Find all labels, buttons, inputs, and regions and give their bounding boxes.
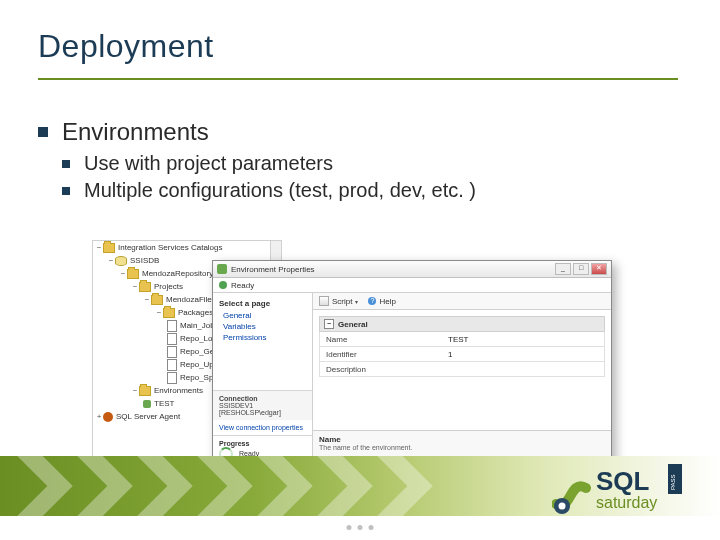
dialog-titlebar[interactable]: Environment Properties _ □ ✕: [213, 261, 611, 278]
svg-point-1: [559, 503, 566, 510]
ready-text: Ready: [231, 281, 254, 290]
tree-agent: SQL Server Agent: [116, 412, 180, 421]
tree-projects: Projects: [154, 282, 183, 291]
prop-name-value: TEST: [442, 335, 604, 344]
status-dot-icon: [219, 281, 227, 289]
close-button[interactable]: ✕: [591, 263, 607, 275]
sqlagent-icon: [103, 412, 113, 422]
script-label: Script: [332, 297, 352, 306]
package-icon: [167, 346, 177, 358]
view-connection-link[interactable]: View connection properties: [213, 420, 312, 435]
logo-side: PASS: [670, 474, 676, 490]
tree-repo: MendozaRepository: [142, 269, 213, 278]
page-variables[interactable]: Variables: [213, 321, 312, 332]
help-label: Help: [379, 297, 395, 306]
script-icon: [319, 296, 329, 306]
chevron-down-icon: ▾: [355, 298, 358, 305]
dialog-left-pane: Select a page General Variables Permissi…: [213, 293, 313, 469]
folder-icon: [103, 243, 115, 253]
bullet-list: Environments Use with project parameters…: [38, 118, 476, 212]
folder-icon: [163, 308, 175, 318]
environment-icon: [143, 400, 151, 408]
dialog-title: Environment Properties: [231, 265, 553, 274]
tree-toggle-icon[interactable]: −: [119, 270, 127, 278]
dialog-body: Select a page General Variables Permissi…: [213, 293, 611, 469]
folder-icon: [139, 386, 151, 396]
help-icon: ?: [368, 297, 376, 305]
desc-title: Name: [319, 435, 605, 444]
package-icon: [167, 320, 177, 332]
tree-toggle-icon[interactable]: −: [155, 309, 163, 317]
prop-desc-label: Description: [320, 365, 442, 374]
connection-label: Connection: [219, 395, 306, 402]
select-page-label: Select a page: [213, 297, 312, 310]
page-permissions[interactable]: Permissions: [213, 332, 312, 343]
script-button[interactable]: Script ▾: [319, 296, 358, 306]
package-icon: [167, 359, 177, 371]
bullet-l1: Environments Use with project parameters…: [38, 118, 476, 202]
slide: Deployment Environments Use with project…: [0, 0, 720, 540]
dialog-right-pane: Script ▾ ? Help − General: [313, 293, 611, 469]
prop-row-id[interactable]: Identifier 1: [319, 347, 605, 362]
bullet-l2-2: Multiple configurations (test, prod, dev…: [62, 179, 476, 202]
minimize-button[interactable]: _: [555, 263, 571, 275]
connection-server: SSISDEV1: [219, 402, 306, 409]
package-icon: [167, 333, 177, 345]
bullet-sublist: Use with project parameters Multiple con…: [62, 152, 476, 202]
tree-ssisdb: SSISDB: [130, 256, 159, 265]
connection-user: [RESHOLSP\edgar]: [219, 409, 306, 416]
folder-icon: [151, 295, 163, 305]
bullet-l2-1: Use with project parameters: [62, 152, 476, 175]
dot-icon: [369, 525, 374, 530]
help-button[interactable]: ? Help: [368, 297, 395, 306]
tree-root: Integration Services Catalogs: [118, 243, 223, 252]
prop-row-desc[interactable]: Description: [319, 362, 605, 377]
dot-icon: [347, 525, 352, 530]
dot-icon: [358, 525, 363, 530]
collapse-icon[interactable]: −: [324, 319, 334, 329]
maximize-button[interactable]: □: [573, 263, 589, 275]
prop-row-name[interactable]: Name TEST: [319, 332, 605, 347]
logo-bottom: saturday: [596, 494, 657, 511]
bullet-l1-text: Environments: [62, 118, 209, 145]
property-grid: − General Name TEST Identifier 1 Descr: [313, 310, 611, 430]
prop-id-value: 1: [442, 350, 604, 359]
group-label: General: [338, 320, 368, 329]
tree-envs: Environments: [154, 386, 203, 395]
group-header[interactable]: − General: [319, 316, 605, 332]
catalog-icon: [115, 256, 127, 266]
ready-bar: Ready: [213, 278, 611, 293]
title-underline: [38, 78, 678, 80]
prop-name-label: Name: [320, 335, 442, 344]
logo-top: SQL: [596, 466, 650, 496]
tree-toggle-icon[interactable]: −: [107, 257, 115, 265]
tree-env1: TEST: [154, 399, 174, 408]
tree-toggle-icon[interactable]: −: [131, 283, 139, 291]
tree-packages: Packages: [178, 308, 213, 317]
tree-toggle-icon[interactable]: +: [95, 413, 103, 421]
prop-id-label: Identifier: [320, 350, 442, 359]
sqlsaturday-logo: SQL saturday PASS: [552, 458, 692, 522]
package-icon: [167, 372, 177, 384]
page-title: Deployment: [38, 28, 214, 65]
desc-text: The name of the environment.: [319, 444, 605, 451]
tree-toggle-icon[interactable]: −: [131, 387, 139, 395]
tree-toggle-icon[interactable]: −: [143, 296, 151, 304]
footer-dots: [347, 525, 374, 530]
folder-icon: [139, 282, 151, 292]
folder-icon: [127, 269, 139, 279]
dialog-toolbar: Script ▾ ? Help: [313, 293, 611, 310]
page-general[interactable]: General: [213, 310, 312, 321]
connection-box: Connection SSISDEV1 [RESHOLSP\edgar]: [213, 390, 312, 420]
progress-label: Progress: [219, 440, 306, 447]
environment-icon: [217, 264, 227, 274]
tree-toggle-icon[interactable]: −: [95, 244, 103, 252]
embedded-screenshot: − Integration Services Catalogs − SSISDB…: [92, 240, 552, 490]
